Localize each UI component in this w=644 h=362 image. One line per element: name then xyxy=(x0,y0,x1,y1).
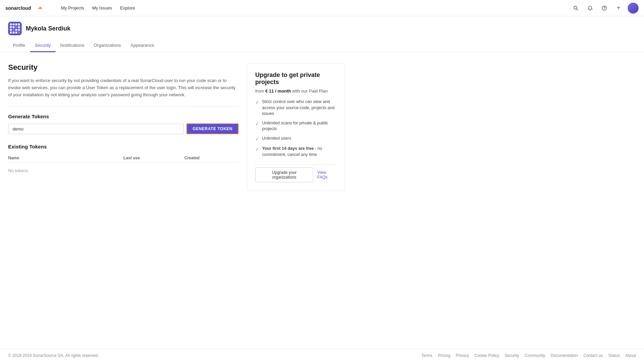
svg-text:sonarcloud: sonarcloud xyxy=(5,5,31,11)
avatar-dot xyxy=(15,26,17,28)
divider xyxy=(8,106,239,107)
avatar-dot xyxy=(15,32,17,34)
col-last-use: Last use xyxy=(123,156,184,160)
avatar-dot xyxy=(18,29,20,31)
avatar-dot xyxy=(10,26,12,28)
tab-appearance[interactable]: Appearance xyxy=(126,39,159,52)
footer-link-community[interactable]: Community xyxy=(525,353,545,358)
nav-my-issues[interactable]: My Issues xyxy=(89,3,116,13)
token-name-input[interactable] xyxy=(8,124,184,134)
col-name: Name xyxy=(8,156,123,160)
upgrade-price: from € 11 / month with our Paid Plan xyxy=(255,88,337,94)
footer-link-privacy[interactable]: Privacy xyxy=(456,353,469,358)
footer-copyright: © 2018-2024 SonarSource SA. All rights r… xyxy=(8,353,99,358)
tab-profile[interactable]: Profile xyxy=(8,39,30,52)
svg-point-5 xyxy=(604,9,605,9)
existing-tokens-title: Existing Tokens xyxy=(8,144,239,149)
tab-security[interactable]: Security xyxy=(30,39,56,52)
footer-links: Terms Pricing Privacy Cookie Policy Secu… xyxy=(421,353,636,358)
footer-link-about[interactable]: About xyxy=(625,353,636,358)
footer-company-link[interactable]: SonarSource SA xyxy=(33,353,63,358)
feature-text: Your first 14 days are free - no commitm… xyxy=(262,146,337,158)
price-amount: € 11 / month xyxy=(265,88,291,94)
existing-tokens-section: Existing Tokens Name Last use Created No… xyxy=(8,144,239,179)
avatar-dot xyxy=(18,26,20,28)
avatar-dot xyxy=(10,29,12,31)
token-input-row: Generate Token xyxy=(8,123,239,134)
svg-text:☁: ☁ xyxy=(38,4,42,10)
top-navigation: sonarcloud ☁ My Projects My Issues Explo… xyxy=(0,0,644,16)
check-icon: ✓ xyxy=(255,121,259,127)
footer-link-status[interactable]: Status xyxy=(608,353,620,358)
check-icon: ✓ xyxy=(255,99,259,106)
avatar-dot xyxy=(18,23,20,25)
generate-token-button[interactable]: Generate Token xyxy=(186,123,239,134)
footer: © 2018-2024 SonarSource SA. All rights r… xyxy=(0,349,644,362)
svg-point-2 xyxy=(574,6,577,9)
feature-text: Unlimited scans for private & public pro… xyxy=(262,120,337,132)
footer-link-contact-us[interactable]: Contact us xyxy=(583,353,603,358)
avatar-dot xyxy=(15,29,17,31)
col-created: Created xyxy=(184,156,239,160)
logo[interactable]: sonarcloud ☁ xyxy=(5,4,49,12)
search-button[interactable] xyxy=(571,3,581,13)
avatar-dot xyxy=(18,32,20,34)
avatar-dot xyxy=(15,23,17,25)
nav-explore[interactable]: Explore xyxy=(117,3,138,13)
avatar-dot xyxy=(13,32,15,34)
nav-my-projects[interactable]: My Projects xyxy=(58,3,87,13)
main-content: Security If you want to enforce security… xyxy=(0,52,475,202)
view-faqs-link[interactable]: View FAQs xyxy=(317,170,337,180)
security-content: Security If you want to enforce security… xyxy=(8,63,239,191)
tab-notifications[interactable]: Notifications xyxy=(56,39,89,52)
avatar-dot xyxy=(10,32,12,34)
upgrade-actions: Upgrade your organizations View FAQs xyxy=(255,164,337,182)
check-icon: ✓ xyxy=(255,146,259,153)
footer-link-cookie-policy[interactable]: Cookie Policy xyxy=(475,353,499,358)
notifications-button[interactable] xyxy=(585,3,595,13)
avatar-dot xyxy=(10,23,12,25)
upgrade-card-container: Upgrade to get private projects from € 1… xyxy=(247,63,345,191)
feature-text: Unlimited users xyxy=(262,136,291,142)
avatar-dot xyxy=(13,26,15,28)
footer-link-documentation[interactable]: Documentation xyxy=(551,353,578,358)
nav-links: My Projects My Issues Explore xyxy=(58,3,139,13)
page-title: Security xyxy=(8,63,239,72)
avatar-dot xyxy=(13,23,15,25)
upgrade-organizations-button[interactable]: Upgrade your organizations xyxy=(255,167,313,182)
feature-item: ✓ Unlimited scans for private & public p… xyxy=(255,120,337,132)
tab-organizations[interactable]: Organizations xyxy=(89,39,126,52)
sonarcloud-logo: sonarcloud ☁ xyxy=(5,4,49,12)
user-avatar[interactable] xyxy=(628,3,639,14)
feature-text: Strict control over who can view and acc… xyxy=(262,99,337,117)
help-button[interactable] xyxy=(599,3,609,13)
price-suffix: with our Paid Plan xyxy=(292,88,328,94)
add-button[interactable]: + xyxy=(613,3,624,13)
search-icon xyxy=(573,5,579,11)
feature-item: ✓ Your first 14 days are free - no commi… xyxy=(255,146,337,158)
user-name: Mykola Serdiuk xyxy=(26,25,71,32)
upgrade-features-list: ✓ Strict control over who can view and a… xyxy=(255,99,337,158)
footer-link-terms[interactable]: Terms xyxy=(421,353,432,358)
feature-bold: Your first 14 days are free xyxy=(262,146,314,151)
upgrade-card: Upgrade to get private projects from € 1… xyxy=(247,63,345,191)
avatar-dot xyxy=(13,29,15,31)
footer-link-security[interactable]: Security xyxy=(504,353,519,358)
sub-navigation: Profile Security Notifications Organizat… xyxy=(0,39,644,52)
nav-right-actions: + xyxy=(571,3,639,14)
check-icon: ✓ xyxy=(255,136,259,143)
generate-tokens-title: Generate Tokens xyxy=(8,114,239,119)
price-prefix: from xyxy=(255,88,264,94)
security-description: If you want to enforce security by not p… xyxy=(8,77,239,98)
no-tokens-message: No tokens xyxy=(8,163,239,179)
bell-icon xyxy=(587,5,593,11)
avatar-image xyxy=(628,3,638,13)
upgrade-title: Upgrade to get private projects xyxy=(255,72,337,86)
tokens-table-header: Name Last use Created xyxy=(8,154,239,163)
help-icon xyxy=(602,5,607,11)
user-header: Mykola Serdiuk xyxy=(0,16,644,35)
footer-link-pricing[interactable]: Pricing xyxy=(438,353,450,358)
feature-item: ✓ Strict control over who can view and a… xyxy=(255,99,337,117)
user-avatar-grid xyxy=(8,22,22,35)
feature-item: ✓ Unlimited users xyxy=(255,136,337,143)
